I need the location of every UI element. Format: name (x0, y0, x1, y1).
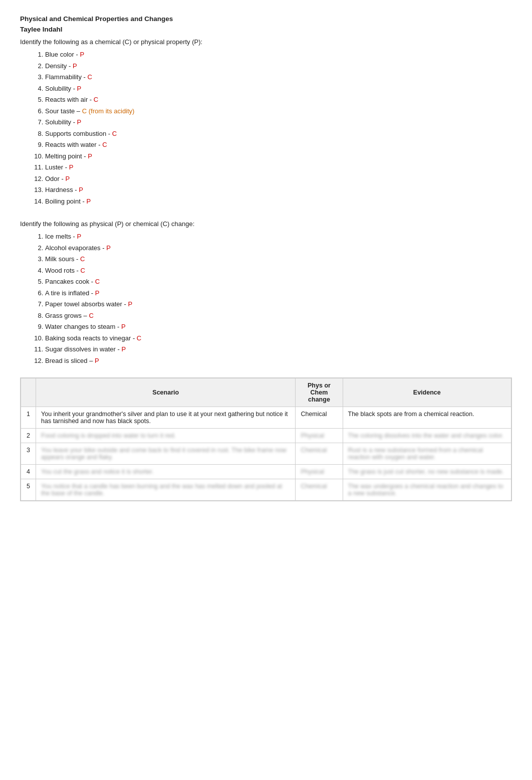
list-item: Reacts with water - C (45, 140, 512, 150)
row-evidence: The coloring dissolves into the water an… (343, 429, 511, 443)
row-number: 2 (21, 429, 36, 443)
page-title: Physical and Chemical Properties and Cha… (20, 15, 512, 23)
list-item: Milk sours - C (45, 254, 512, 264)
row-change: Chemical (296, 479, 343, 501)
list-item: Baking soda reacts to vinegar - C (45, 333, 512, 343)
col-evidence-header: Evidence (343, 378, 511, 407)
list-item: Alcohol evaporates - P (45, 243, 512, 253)
scenario-table: Scenario Phys or Chemchange Evidence 1Yo… (20, 377, 512, 501)
author-name: Taylee Indahl (20, 26, 512, 33)
list-item: Luster - P (45, 162, 512, 172)
list-item: Paper towel absorbs water - P (45, 299, 512, 309)
col-num-header (21, 378, 36, 407)
list-item: Hardness - P (45, 185, 512, 195)
list-item: Grass grows – C (45, 311, 512, 321)
row-change: Physical (296, 465, 343, 479)
list-item: Ice melts - P (45, 232, 512, 242)
list-item: Water changes to steam - P (45, 322, 512, 332)
row-evidence: Rust is a new substance formed from a ch… (343, 443, 511, 465)
list-item: Blue color - P (45, 50, 512, 60)
section2-list: Ice melts - PAlcohol evaporates - PMilk … (45, 232, 512, 365)
section2-instruction: Identify the following as physical (P) o… (20, 220, 512, 228)
row-change: Chemical (296, 443, 343, 465)
section1-instruction: Identify the following as a chemical (C)… (20, 38, 512, 46)
row-scenario: You inherit your grandmother's silver an… (36, 407, 296, 429)
list-item: Reacts with air - C (45, 95, 512, 105)
table-row: 4You cut the grass and notice it is shor… (21, 465, 511, 479)
row-number: 4 (21, 465, 36, 479)
list-item: Pancakes cook - C (45, 277, 512, 287)
list-item: Flammability - C (45, 72, 512, 82)
row-evidence: The grass is just cut shorter, no new su… (343, 465, 511, 479)
list-item: Boiling point - P (45, 197, 512, 207)
list-item: Solubility - P (45, 117, 512, 127)
list-item: Supports combustion - C (45, 129, 512, 139)
list-item: A tire is inflated - P (45, 288, 512, 298)
table-row: 5You notice that a candle has been burni… (21, 479, 511, 501)
section1-list: Blue color - PDensity - PFlammability - … (45, 50, 512, 206)
table-row: 1You inherit your grandmother's silver a… (21, 407, 511, 429)
list-item: Sugar dissolves in water - P (45, 344, 512, 354)
col-scenario-header: Scenario (36, 378, 296, 407)
col-change-header: Phys or Chemchange (296, 378, 343, 407)
list-item: Bread is sliced – P (45, 356, 512, 366)
list-item: Wood rots - C (45, 266, 512, 276)
row-scenario: You cut the grass and notice it is short… (36, 465, 296, 479)
row-number: 3 (21, 443, 36, 465)
row-scenario: You leave your bike outside and come bac… (36, 443, 296, 465)
list-item: Sour taste – C (from its acidity) (45, 106, 512, 116)
table-row: 2Food coloring is dropped into water to … (21, 429, 511, 443)
row-change: Chemical (296, 407, 343, 429)
row-scenario: Food coloring is dropped into water to t… (36, 429, 296, 443)
list-item: Density - P (45, 61, 512, 71)
list-item: Odor - P (45, 174, 512, 184)
row-number: 1 (21, 407, 36, 429)
list-item: Melting point - P (45, 151, 512, 161)
row-number: 5 (21, 479, 36, 501)
list-item: Solubility - P (45, 84, 512, 94)
row-change: Physical (296, 429, 343, 443)
row-evidence: The wax undergoes a chemical reaction an… (343, 479, 511, 501)
row-scenario: You notice that a candle has been burnin… (36, 479, 296, 501)
table-row: 3You leave your bike outside and come ba… (21, 443, 511, 465)
row-evidence: The black spots are from a chemical reac… (343, 407, 511, 429)
